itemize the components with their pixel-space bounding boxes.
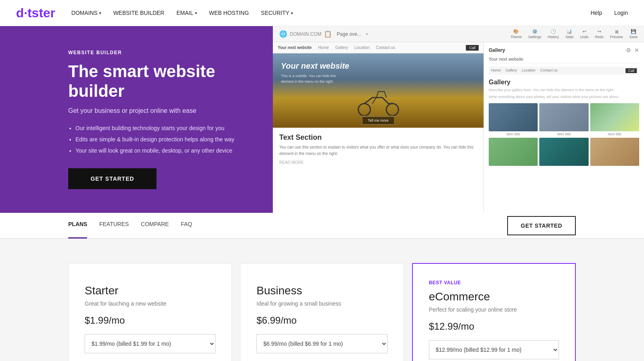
browser-left-content: Your next website Home Gallery Location … <box>273 42 484 213</box>
plan-select-ecommerce[interactable]: $12.99/mo (billed $12.99 for 1 mo) <box>429 340 559 359</box>
browser-tools: 🎨Theme ⚙️Settings 🕐History 📊Stats ↩Undo … <box>510 29 638 39</box>
gallery-thumb-6 <box>590 138 639 166</box>
tab-faq[interactable]: FAQ <box>181 212 192 239</box>
gallery-thumb-1: Item title <box>489 103 538 136</box>
tab-plans[interactable]: PLANS <box>68 212 87 239</box>
nav-login-link[interactable]: Login <box>614 10 628 16</box>
chevron-down-icon: ▾ <box>195 11 197 15</box>
browser-top-bar: 🌐 DOMAIN.COM 📋 Page ove... ▾ 🎨Theme ⚙️Se… <box>273 26 644 42</box>
save-tool[interactable]: 💾Save <box>629 29 638 39</box>
plan-desc-ecommerce: Perfect for scaling your online store <box>429 306 559 313</box>
plan-name-ecommerce: eCommerce <box>429 290 559 303</box>
settings-tool[interactable]: ⚙️Settings <box>528 29 541 39</box>
plan-card-starter: Starter Great for lauching a new website… <box>68 263 232 361</box>
gallery-thumb-3: Item title <box>590 103 639 136</box>
nav-item-email[interactable]: EMAIL ▾ <box>177 10 197 16</box>
tab-compare[interactable]: COMPARE <box>141 212 169 239</box>
plan-card-business: Business Ideal for growing a small busin… <box>240 263 404 361</box>
hero-bullet-3: Your site will look great on mobile, des… <box>75 145 253 156</box>
plans-section: Starter Great for lauching a new website… <box>0 239 644 361</box>
browser-domain: 🌐 DOMAIN.COM 📋 <box>279 30 332 38</box>
plan-best-value-ecommerce: BEST VALUE <box>429 280 559 286</box>
navbar: d·tster DOMAINS ▾ WEBSITE BUILDER EMAIL … <box>0 0 644 26</box>
nav-item-web-hosting[interactable]: WEB HOSTING <box>209 10 249 16</box>
gallery-thumb-5 <box>539 138 588 166</box>
svg-point-1 <box>386 104 398 116</box>
hero-subtitle: Get your business or project online with… <box>68 107 253 114</box>
chevron-down-icon: ▾ <box>291 11 293 15</box>
svg-point-0 <box>358 104 370 116</box>
hero-title: The smart website builder <box>68 62 253 101</box>
browser-mockup: 🌐 DOMAIN.COM 📋 Page ove... ▾ 🎨Theme ⚙️Se… <box>273 26 644 213</box>
nav-help-link[interactable]: Help <box>591 10 602 16</box>
page-over-label: Page ove... <box>337 31 361 37</box>
plan-card-ecommerce: BEST VALUE eCommerce Perfect for scaling… <box>412 263 576 361</box>
tab-features[interactable]: FEATURES <box>99 212 129 239</box>
browser-right-content: Gallery ⚙ ✕ Your next website Home Galle… <box>484 42 644 213</box>
hero-right-panel: 🌐 DOMAIN.COM 📋 Page ove... ▾ 🎨Theme ⚙️Se… <box>273 26 644 213</box>
plan-select-business[interactable]: $6.99/mo (billed $6.99 for 1 mo) <box>256 334 387 353</box>
logo[interactable]: d·tster <box>16 6 55 20</box>
history-tool[interactable]: 🕐History <box>548 29 559 39</box>
gallery-settings-icon[interactable]: ⚙ <box>626 47 631 53</box>
hero-bullet-1: Our intelligent building technology star… <box>75 122 253 134</box>
nav-item-domains[interactable]: DOMAINS ▾ <box>71 10 101 16</box>
navbar-left: d·tster DOMAINS ▾ WEBSITE BUILDER EMAIL … <box>16 6 293 20</box>
hero-section: WEBSITE BUILDER The smart website builde… <box>0 26 644 213</box>
navbar-right: Help Login <box>591 10 628 16</box>
hero-bullet-2: Edits are simple & built-in design prote… <box>75 134 253 145</box>
plans-grid: Starter Great for lauching a new website… <box>68 263 576 361</box>
nav-item-security[interactable]: SECURITY ▾ <box>261 10 293 16</box>
hero-bullets: Our intelligent building technology star… <box>75 122 253 156</box>
browser-content: Your next website Home Gallery Location … <box>273 42 644 213</box>
undo-tool[interactable]: ↩Undo <box>580 29 589 39</box>
chevron-down-icon: ▾ <box>99 11 101 15</box>
hero-eyebrow: WEBSITE BUILDER <box>68 50 253 55</box>
hero-left-panel: WEBSITE BUILDER The smart website builde… <box>0 26 273 213</box>
plan-select-starter[interactable]: $1.99/mo (billed $1.99 for 1 mo) <box>85 334 215 353</box>
preview-tool[interactable]: 🖥Preview <box>610 29 623 39</box>
plan-desc-starter: Great for lauching a new website <box>85 300 215 307</box>
nav-item-website-builder[interactable]: WEBSITE BUILDER <box>113 10 165 16</box>
gallery-close-icon[interactable]: ✕ <box>634 47 639 53</box>
plan-name-business: Business <box>256 284 387 297</box>
tabs-get-started-button[interactable]: GET STARTED <box>507 216 576 235</box>
plan-name-starter: Starter <box>85 284 215 297</box>
nav-links: DOMAINS ▾ WEBSITE BUILDER EMAIL ▾ WEB HO… <box>71 10 293 16</box>
plan-desc-business: Ideal for growing a small business <box>256 300 387 307</box>
plan-price-business: $6.99/mo <box>256 315 387 326</box>
plan-price-starter: $1.99/mo <box>85 315 215 326</box>
theme-tool[interactable]: 🎨Theme <box>510 29 522 39</box>
gallery-thumb-2: Item title <box>539 103 588 136</box>
tabs-left: PLANS FEATURES COMPARE FAQ <box>68 212 192 239</box>
gallery-thumb-4 <box>489 138 538 166</box>
tabs-section: PLANS FEATURES COMPARE FAQ GET STARTED <box>0 213 644 239</box>
plan-price-ecommerce: $12.99/mo <box>429 321 559 332</box>
redo-tool[interactable]: ↪Redo <box>595 29 604 39</box>
tabs-right: GET STARTED <box>507 216 576 235</box>
hero-cta-button[interactable]: GET STARTED <box>68 168 156 189</box>
stats-tool[interactable]: 📊Stats <box>565 29 574 39</box>
